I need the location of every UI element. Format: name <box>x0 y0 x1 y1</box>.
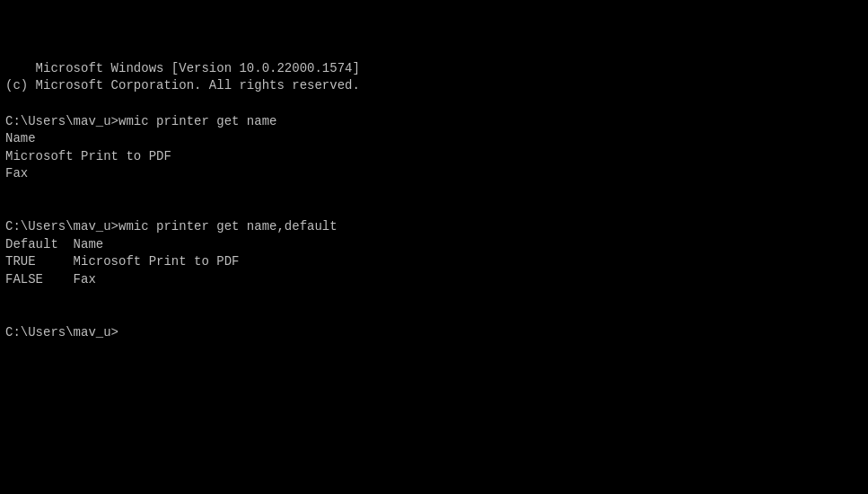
terminal-line-6: Microsoft Print to PDF <box>5 149 171 163</box>
terminal-line-13: FALSE Fax <box>5 272 96 287</box>
terminal-line-5: Name <box>5 131 36 146</box>
terminal-line-2: (c) Microsoft Corporation. All rights re… <box>5 78 360 93</box>
terminal-line-4: C:\Users\mav_u>wmic printer get name <box>5 114 276 128</box>
terminal-window[interactable]: Microsoft Windows [Version 10.0.22000.15… <box>0 0 868 494</box>
terminal-line-7: Fax <box>5 166 28 181</box>
terminal-prompt[interactable]: C:\Users\mav_u> <box>5 325 118 340</box>
terminal-line-11: Default Name <box>5 237 103 251</box>
terminal-content: Microsoft Windows [Version 10.0.22000.15… <box>5 42 863 359</box>
terminal-line-10: C:\Users\mav_u>wmic printer get name,def… <box>5 219 338 234</box>
terminal-line-12: TRUE Microsoft Print to PDF <box>5 254 239 269</box>
terminal-line-1: Microsoft Windows [Version 10.0.22000.15… <box>36 61 360 75</box>
